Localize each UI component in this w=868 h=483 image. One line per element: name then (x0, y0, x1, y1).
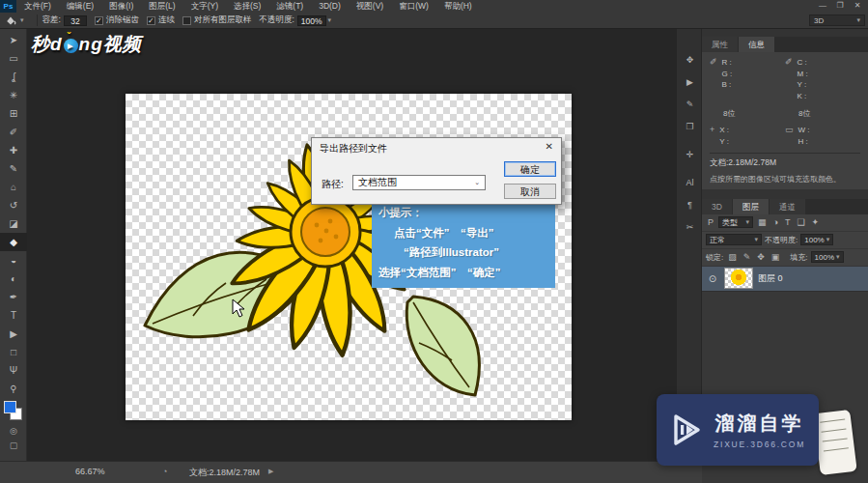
layer-opacity-input[interactable]: 100% ▾ (800, 234, 833, 245)
chevron-down-icon[interactable]: ▾ (328, 16, 332, 24)
magic-wand-tool[interactable]: ✳ (0, 86, 27, 104)
move-tool[interactable]: ➤ (0, 31, 27, 49)
menu-item-image[interactable]: 图像(I) (101, 0, 141, 13)
workspace-label: 3D (814, 16, 824, 25)
minimize-button[interactable]: — (814, 0, 831, 12)
tolerance-input[interactable]: 32 (64, 15, 87, 26)
chevron-down-icon: ▾ (856, 16, 860, 24)
chevron-down-icon: ▾ (20, 16, 24, 24)
quick-mask-button[interactable]: ◎ (0, 426, 27, 440)
options-bar: ▾ 容差: 32 ✓ 消除锯齿 ✓ 连续 对所有图层取样 不透明度: 100% … (0, 13, 868, 29)
watermark-text-left: 秒d (31, 32, 63, 57)
eraser-tool[interactable]: ◪ (0, 214, 27, 233)
layer-fill-input[interactable]: 100% ▾ (811, 251, 844, 263)
bit-depth-label[interactable]: 8位 (798, 108, 860, 119)
blend-mode-row: 正常 ▾ 不透明度: 100% ▾ (702, 232, 868, 249)
type-tool[interactable]: T (0, 306, 27, 325)
menu-item-file[interactable]: 文件(F) (16, 0, 59, 13)
menu-item-edit[interactable]: 编辑(E) (59, 0, 101, 13)
eyedropper-icon: ✐ (710, 57, 717, 101)
site-watermark: 溜溜自学 ZIXUE.3D66.COM (657, 394, 819, 466)
marquee-tool[interactable]: ▭ (0, 49, 27, 68)
menu-item-layer[interactable]: 图层(L) (141, 0, 182, 13)
info-panel: 属性 信息 ✐ R : G : B : (702, 37, 868, 189)
cancel-button[interactable]: 取消 (504, 184, 556, 199)
opacity-input[interactable]: 100% (297, 15, 326, 26)
measure-panel-icon[interactable]: ✂ (677, 215, 703, 238)
layer-row[interactable]: ⊙ 图层 0 (702, 267, 868, 292)
filter-pixel-icon[interactable]: ▦ (756, 217, 769, 227)
sample-all-layers-checkbox[interactable] (182, 16, 191, 25)
zoom-tool[interactable]: ⚲ (0, 380, 27, 398)
crop-tool[interactable]: ⊞ (0, 104, 27, 123)
clone-source-panel-icon[interactable]: ✛ (677, 143, 703, 165)
tab-properties[interactable]: 属性 (702, 37, 738, 52)
active-tool-chip[interactable]: ▾ (5, 14, 24, 26)
tab-3d[interactable]: 3D (702, 199, 732, 214)
menu-item-view[interactable]: 视图(V) (349, 0, 391, 13)
filter-type-icon[interactable]: T (783, 217, 793, 227)
tool-presets-panel-icon[interactable]: ✥ (677, 48, 703, 71)
opacity-label: 不透明度: (765, 235, 798, 245)
status-menu-arrow-icon[interactable]: ▶ (268, 468, 273, 475)
workspace-switcher[interactable]: 3D ▾ (809, 14, 865, 26)
blur-tool[interactable]: ◒ (0, 251, 27, 270)
dodge-tool[interactable]: ◐ (0, 270, 27, 288)
menu-item-type[interactable]: 文字(Y) (183, 0, 226, 13)
lock-pixels-icon[interactable]: ✎ (742, 252, 753, 262)
lock-position-icon[interactable]: ✥ (755, 252, 767, 262)
history-brush-tool[interactable]: ↺ (0, 196, 27, 214)
healing-brush-tool[interactable]: ✚ (0, 141, 27, 159)
contiguous-checkbox[interactable]: ✓ (147, 16, 155, 25)
pen-tool[interactable]: ✒ (0, 288, 27, 306)
sketch-thumbnail (813, 410, 857, 475)
close-button[interactable]: ✕ (849, 0, 866, 12)
document-size-readout: 文档:2.18M/2.78M (710, 157, 860, 169)
zoom-level-input[interactable]: 66.67% (75, 467, 105, 476)
menu-item-filter[interactable]: 滤镜(T) (268, 0, 311, 13)
eyedropper-tool[interactable]: ✐ (0, 123, 27, 141)
filter-smartobject-icon[interactable]: ✦ (810, 217, 822, 227)
layer-filter-select[interactable]: 类型 ▾ (718, 216, 753, 228)
menu-item-window[interactable]: 窗口(W) (391, 0, 436, 13)
menu-item-select[interactable]: 选择(S) (226, 0, 268, 13)
antialias-checkbox[interactable]: ✓ (95, 16, 103, 25)
foreground-color-swatch[interactable] (4, 401, 16, 413)
filter-adjustment-icon[interactable]: ◑ (771, 217, 780, 227)
lock-transparent-icon[interactable]: ▨ (726, 252, 739, 262)
restore-button[interactable]: ❐ (831, 0, 849, 12)
path-select[interactable]: 文档范围 ⌄ (352, 175, 486, 190)
clone-stamp-tool[interactable]: ⌂ (0, 178, 27, 196)
hand-tool[interactable]: Ψ (0, 361, 27, 380)
lock-all-icon[interactable]: ▣ (770, 252, 782, 262)
tab-channels[interactable]: 通道 (770, 199, 805, 214)
blend-mode-select[interactable]: 正常 ▾ (706, 234, 762, 245)
menu-item-help[interactable]: 帮助(H) (436, 0, 480, 13)
layer-thumbnail[interactable] (724, 268, 753, 289)
path-select-value: 文档范围 (358, 176, 397, 189)
path-select-tool[interactable]: ▶ (0, 325, 27, 343)
layer-name[interactable]: 图层 0 (758, 272, 783, 285)
screen-mode-button[interactable]: ▢ (0, 440, 27, 455)
paint-bucket-tool[interactable]: ◆ (0, 233, 27, 251)
brush-presets-panel-icon[interactable]: ❐ (677, 115, 703, 137)
divider (37, 14, 38, 26)
menu-item-3d[interactable]: 3D(D) (311, 0, 349, 13)
shape-tool[interactable]: □ (0, 343, 27, 361)
bit-depth-label[interactable]: 8位 (723, 108, 785, 119)
paragraph-panel-icon[interactable]: ¶ (677, 193, 703, 215)
filter-shape-icon[interactable]: ❑ (795, 217, 806, 227)
layer-visibility-icon[interactable]: ⊙ (706, 273, 719, 284)
close-icon[interactable]: ✕ (546, 141, 553, 152)
tab-info[interactable]: 信息 (739, 37, 774, 52)
fill-label: 填充: (790, 252, 807, 263)
brush-tool[interactable]: ✎ (0, 159, 27, 178)
brush-panel-icon[interactable]: ✎ (677, 93, 703, 115)
character-panel-icon[interactable]: Al (677, 171, 703, 193)
divider (710, 153, 860, 154)
tab-layers[interactable]: 图层 (733, 199, 769, 214)
ok-button[interactable]: 确定 (504, 161, 556, 177)
actions-panel-icon[interactable]: ▶ (677, 71, 703, 93)
lasso-tool[interactable]: ʆ (0, 68, 27, 86)
crosshair-icon: + (710, 125, 714, 147)
